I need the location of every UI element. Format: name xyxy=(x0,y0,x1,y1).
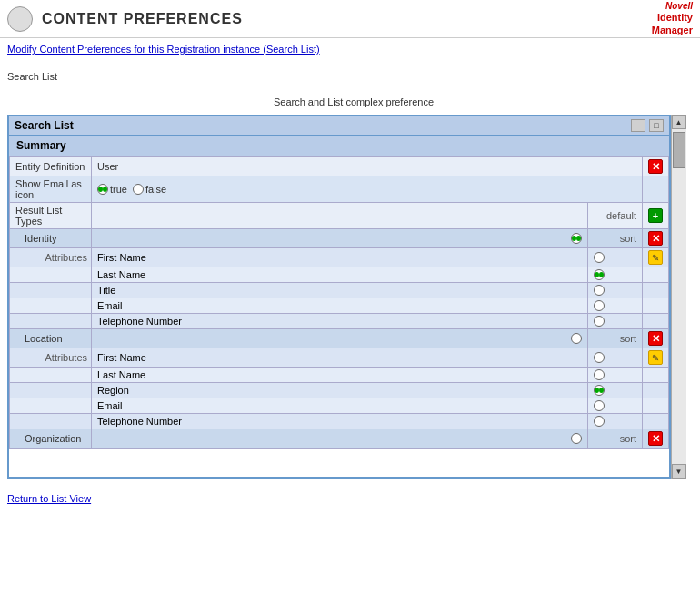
identity-telephone-radio[interactable] xyxy=(594,316,605,327)
show-email-true-radio[interactable] xyxy=(97,184,108,195)
organization-radio-cell xyxy=(92,429,588,449)
identity-telephone-radio-cell xyxy=(588,314,643,329)
location-first-name: First Name xyxy=(92,348,588,368)
identity-last-name-radio[interactable] xyxy=(594,269,605,280)
location-sort-label: sort xyxy=(588,329,643,348)
identity-first-name: First Name xyxy=(92,248,588,267)
identity-first-name-radio[interactable] xyxy=(594,252,605,263)
organization-sort-label: sort xyxy=(588,429,643,449)
identity-last-name: Last Name xyxy=(92,267,588,283)
show-email-false-option[interactable]: false xyxy=(133,184,166,195)
location-email: Email xyxy=(92,398,588,414)
identity-label: Identity xyxy=(10,229,92,248)
table-row: Show Email as icon true false xyxy=(10,176,669,203)
result-list-types-label: Result List Types xyxy=(10,203,92,229)
location-attributes-label: Attributes xyxy=(10,348,92,368)
brand-identity: Identity xyxy=(652,12,693,24)
location-region-label-cell xyxy=(10,383,92,398)
table-row: Result List Types default + xyxy=(10,203,669,229)
minimize-button[interactable]: – xyxy=(631,119,645,132)
location-first-name-radio-cell xyxy=(588,348,643,368)
breadcrumb-label: Search List xyxy=(7,67,700,89)
table-row: Telephone Number xyxy=(10,314,669,329)
organization-radio-group xyxy=(97,433,582,444)
identity-last-name-radio-cell xyxy=(588,267,643,283)
scrollbar[interactable]: ▲ ▼ xyxy=(671,115,685,479)
location-radio-cell xyxy=(92,329,588,348)
identity-email: Email xyxy=(92,298,588,314)
show-email-true-option[interactable]: true xyxy=(97,184,127,195)
identity-email-action xyxy=(643,298,669,314)
location-last-name: Last Name xyxy=(92,368,588,383)
panel-container: Search List – □ Summary Entity Definitio… xyxy=(7,115,700,479)
show-email-radio-group: true false xyxy=(97,184,636,195)
result-list-types-default: default xyxy=(588,203,643,229)
location-last-name-label-cell xyxy=(10,368,92,383)
identity-telephone-action xyxy=(643,314,669,329)
entity-definition-delete-button[interactable]: ✕ xyxy=(648,159,663,174)
scroll-thumb[interactable] xyxy=(673,132,685,168)
entity-definition-value: User xyxy=(92,157,643,176)
subtitle-link[interactable]: Modify Content Preferences for this Regi… xyxy=(0,38,700,60)
panel-controls: – □ xyxy=(631,119,664,132)
location-region-radio[interactable] xyxy=(594,385,605,396)
location-email-label-cell xyxy=(10,398,92,414)
location-first-name-edit-button[interactable]: ✎ xyxy=(648,350,663,365)
identity-email-label-cell xyxy=(10,298,92,314)
identity-radio[interactable] xyxy=(571,233,582,244)
table-row: Attributes First Name ✎ xyxy=(10,348,669,368)
location-last-name-radio[interactable] xyxy=(594,369,605,380)
location-delete-button[interactable]: ✕ xyxy=(648,331,663,346)
maximize-button[interactable]: □ xyxy=(649,119,664,132)
identity-radio-group xyxy=(97,233,582,244)
location-telephone: Telephone Number xyxy=(92,414,588,429)
location-first-name-edit-cell: ✎ xyxy=(643,348,669,368)
identity-email-radio[interactable] xyxy=(594,300,605,311)
identity-telephone-label-cell xyxy=(10,314,92,329)
location-region-action xyxy=(643,383,669,398)
header: CONTENT PREFERENCES Novell Identity Mana… xyxy=(0,0,700,38)
location-email-radio[interactable] xyxy=(594,400,605,411)
identity-title: Title xyxy=(92,283,588,298)
data-table: Entity Definition User ✕ Show Email as i… xyxy=(9,156,669,449)
result-list-types-add-cell: + xyxy=(643,203,669,229)
location-delete-cell: ✕ xyxy=(643,329,669,348)
table-row: Last Name xyxy=(10,267,669,283)
location-telephone-radio[interactable] xyxy=(594,416,605,427)
identity-title-radio[interactable] xyxy=(594,285,605,296)
summary-header: Summary xyxy=(9,136,669,156)
return-to-list-link[interactable]: Return to List View xyxy=(0,486,700,511)
identity-first-name-edit-button[interactable]: ✎ xyxy=(648,250,663,265)
table-row: Title xyxy=(10,283,669,298)
location-last-name-action xyxy=(643,368,669,383)
location-last-name-radio-cell xyxy=(588,368,643,383)
scroll-up-button[interactable]: ▲ xyxy=(672,115,686,129)
location-radio[interactable] xyxy=(571,333,582,344)
show-email-options: true false xyxy=(92,176,643,203)
entity-definition-label: Entity Definition xyxy=(10,157,92,176)
location-first-name-radio[interactable] xyxy=(594,352,605,363)
organization-delete-button[interactable]: ✕ xyxy=(648,431,663,446)
show-email-false-radio[interactable] xyxy=(133,184,144,195)
identity-title-label-cell xyxy=(10,283,92,298)
show-email-true-label: true xyxy=(110,184,127,195)
location-telephone-action xyxy=(643,414,669,429)
location-label: Location xyxy=(10,329,92,348)
table-row: Identity sort ✕ xyxy=(10,229,669,248)
location-telephone-radio-cell xyxy=(588,414,643,429)
scroll-down-button[interactable]: ▼ xyxy=(672,464,686,479)
organization-label: Organization xyxy=(10,429,92,449)
identity-sort-label: sort xyxy=(588,229,643,248)
panel-title: Search List xyxy=(15,119,74,132)
identity-delete-button[interactable]: ✕ xyxy=(648,231,663,246)
identity-attributes-label: Attributes xyxy=(10,248,92,267)
location-email-radio-cell xyxy=(588,398,643,414)
panel-titlebar: Search List – □ xyxy=(9,116,669,136)
entity-definition-delete-cell: ✕ xyxy=(643,157,669,176)
location-region: Region xyxy=(92,383,588,398)
identity-radio-cell xyxy=(92,229,588,248)
identity-email-radio-cell xyxy=(588,298,643,314)
organization-radio[interactable] xyxy=(571,433,582,444)
result-list-types-add-button[interactable]: + xyxy=(648,208,663,223)
identity-last-name-action xyxy=(643,267,669,283)
